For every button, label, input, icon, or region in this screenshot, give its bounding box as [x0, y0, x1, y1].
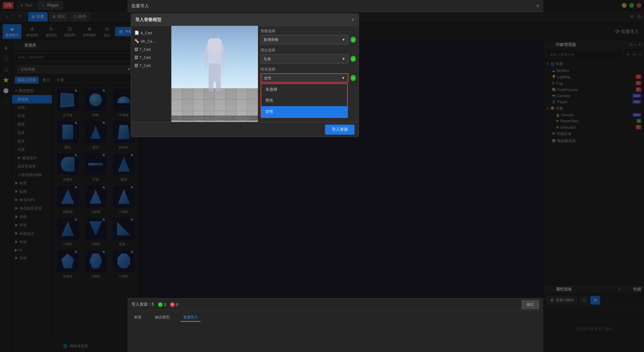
- close-dialog-icon: ✕: [351, 17, 355, 22]
- chevron-down-gender: ▼: [341, 76, 345, 80]
- file-label2: SK_Ca…: [141, 39, 156, 43]
- gender-label: 性别选择: [261, 67, 356, 72]
- gender-select[interactable]: 女性 ▼: [261, 73, 348, 83]
- import-source-count: 导入资源：5: [131, 302, 154, 307]
- success-icon: ✓: [158, 302, 163, 307]
- batch-import-title: 批量导入: [131, 3, 149, 9]
- gc2: [182, 88, 193, 99]
- file-icon4: 🖼: [135, 55, 138, 59]
- char-svg: [201, 38, 228, 92]
- import-bottom-header: 导入资源：5 ✓ 3 ✕ 0 确定: [127, 299, 543, 311]
- close-batch-import-btn[interactable]: ✕: [536, 4, 539, 8]
- tab-material[interactable]: 材质: [131, 313, 144, 322]
- import-file-sk[interactable]: 🦴 SK_Ca…: [131, 37, 171, 45]
- fail-stat: ✕ 0: [170, 302, 178, 307]
- file-label: A_Cart: [141, 31, 152, 35]
- import-resource-btn[interactable]: 导入资源: [325, 125, 355, 135]
- chevron-down-part: ▼: [342, 57, 345, 61]
- gender-section: 性别选择 女性 ▼ ✓ 未选择 男性 女性: [261, 67, 356, 118]
- file-label4: T_Cart: [140, 55, 151, 59]
- file-icon5: 🖼: [135, 63, 138, 68]
- gender-value: 女性: [264, 76, 271, 81]
- import-skeleton-dialog: 导入骨骼模型 ✕ 📄 A_Cart 🦴 SK_Ca… 🖼 T_Cart: [131, 13, 359, 137]
- import-dialog-footer: 导入资源: [131, 122, 359, 137]
- part-row: 头发 ▼ ✓: [261, 54, 356, 63]
- import-file-a-cart[interactable]: 📄 A_Cart: [131, 29, 171, 37]
- skeleton-label: 骨骼选择: [261, 29, 356, 34]
- import-bottom-content: 材质 融合模型 资源导入: [127, 311, 543, 324]
- import-dialog-title: 导入骨骼模型: [135, 17, 161, 23]
- import-settings-panel: 骨骼选择 新增骨骼 ▼ ✓ 部位选择 头发: [258, 26, 359, 122]
- gender-dropdown-menu: 未选择 男性 女性: [261, 83, 348, 118]
- gender-row: 女性 ▼ ✓: [261, 73, 356, 83]
- success-count: 3: [164, 303, 166, 307]
- batch-import-header: 批量导入 ✕: [127, 0, 543, 12]
- gc10: [182, 99, 193, 111]
- gender-check: ✓: [351, 75, 356, 81]
- gc7: [236, 88, 247, 99]
- tab-resource-import[interactable]: 资源导入: [180, 313, 201, 322]
- import-overlay: 批量导入 ✕ 导入骨骼模型 ✕ 📄 A_Cart 🦴 SK_Ca…: [0, 0, 644, 352]
- gc14: [225, 99, 236, 111]
- svg-rect-4: [209, 81, 213, 91]
- import-preview-area: SK_Cartoon_Female_HairB_TS025_Show_New: [171, 26, 258, 122]
- confirm-btn[interactable]: 确定: [521, 300, 539, 309]
- gc9: [171, 99, 182, 111]
- gc11: [193, 99, 204, 111]
- skeleton-row: 新增骨骼 ▼ ✓: [261, 35, 356, 44]
- close-import-dialog-btn[interactable]: ✕: [351, 17, 355, 22]
- gc1: [171, 88, 182, 99]
- import-file-t-cart1[interactable]: 🖼 T_Cart: [131, 45, 171, 53]
- dropdown-option-male[interactable]: 男性: [261, 95, 347, 106]
- part-value: 头发: [264, 56, 271, 61]
- skeleton-value: 新增骨骼: [264, 37, 278, 42]
- gc8: [247, 88, 258, 99]
- gc15: [236, 99, 247, 111]
- dropdown-option-none[interactable]: 未选择: [261, 84, 347, 95]
- success-stat: ✓ 3: [158, 302, 166, 307]
- import-bottom-panel: 导入资源：5 ✓ 3 ✕ 0 确定 材质 融合模型 资源导入: [127, 298, 543, 352]
- file-icon2: 🦴: [135, 39, 139, 43]
- file-icon3: 🖼: [135, 47, 138, 51]
- skeleton-check: ✓: [351, 37, 356, 43]
- import-file-list: 📄 A_Cart 🦴 SK_Ca… 🖼 T_Cart 🖼 T_Cart 🖼: [131, 26, 171, 122]
- import-dialog-body: 📄 A_Cart 🦴 SK_Ca… 🖼 T_Cart 🖼 T_Cart 🖼: [131, 26, 359, 122]
- file-label3: T_Cart: [140, 47, 151, 51]
- dropdown-option-female[interactable]: 女性: [261, 106, 347, 117]
- preview-model-name: SK_Cartoon_Female_HairB_TS025_Show_New: [171, 116, 258, 121]
- part-label: 部位选择: [261, 48, 356, 53]
- import-dialog-header: 导入骨骼模型 ✕: [131, 14, 359, 26]
- gc16: [247, 99, 258, 111]
- tab-blend-model[interactable]: 融合模型: [152, 313, 172, 322]
- svg-rect-3: [209, 63, 221, 82]
- file-icon: 📄: [135, 31, 139, 35]
- svg-rect-5: [216, 81, 221, 91]
- part-check: ✓: [351, 56, 356, 62]
- fail-icon: ✕: [170, 302, 175, 307]
- skeleton-section: 骨骼选择 新增骨骼 ▼ ✓: [261, 29, 356, 44]
- close-batch-import-icon: ✕: [536, 4, 539, 8]
- skeleton-select[interactable]: 新增骨骼 ▼: [261, 35, 348, 44]
- import-file-t-cart2[interactable]: 🖼 T_Cart: [131, 53, 171, 61]
- part-section: 部位选择 头发 ▼ ✓: [261, 48, 356, 63]
- file-label5: T_Cart: [140, 63, 151, 68]
- fail-count: 0: [176, 303, 178, 307]
- chevron-down-skeleton: ▼: [342, 38, 345, 42]
- gc12: [204, 99, 215, 111]
- import-file-t-cart3[interactable]: 🖼 T_Cart: [131, 61, 171, 70]
- part-select[interactable]: 头发 ▼: [261, 54, 348, 63]
- gc13: [215, 99, 225, 111]
- preview-character: [201, 38, 228, 93]
